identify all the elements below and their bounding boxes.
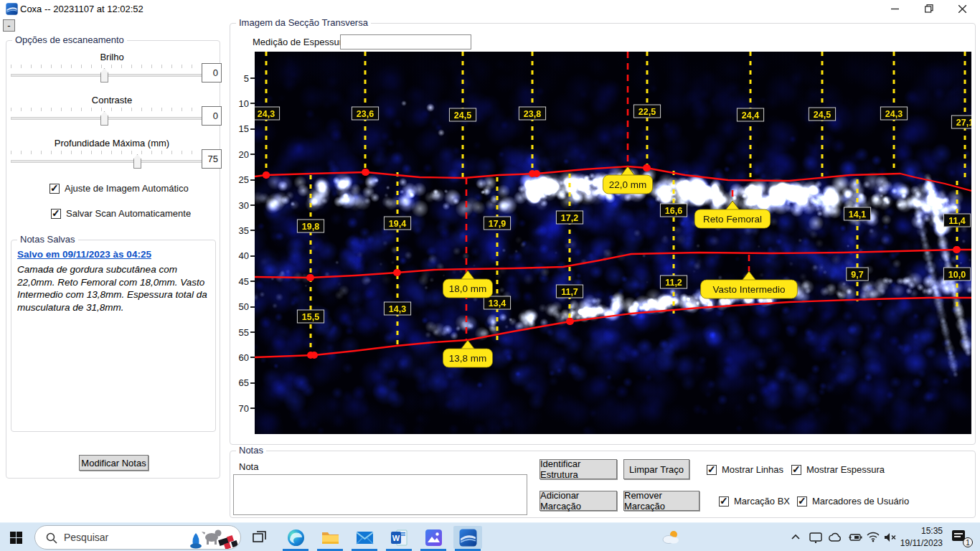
svg-text:22,5: 22,5 bbox=[639, 107, 656, 117]
depth-tick-65: 65 bbox=[230, 377, 255, 390]
svg-text:24,4: 24,4 bbox=[742, 110, 759, 121]
contrast-value[interactable]: 0 bbox=[202, 106, 222, 126]
title-bar: Coxa -- 20231107 at 12:02:52 bbox=[0, 0, 980, 19]
cast-display-icon[interactable] bbox=[809, 532, 822, 543]
svg-text:19,8: 19,8 bbox=[302, 222, 319, 232]
note-label: Nota bbox=[239, 461, 258, 472]
notification-center-button[interactable]: 1 bbox=[951, 529, 970, 546]
svg-text:13,8 mm: 13,8 mm bbox=[449, 353, 487, 364]
restore-icon bbox=[925, 4, 933, 13]
thickness-measure-input[interactable] bbox=[340, 34, 471, 50]
svg-text:9,7: 9,7 bbox=[851, 270, 863, 280]
taskbar-app-mail[interactable] bbox=[350, 526, 379, 549]
brightness-slider-thumb[interactable] bbox=[100, 68, 108, 83]
clear-trace-label: Limpar Traço bbox=[629, 464, 684, 475]
close-button[interactable] bbox=[951, 1, 973, 16]
checkbox-icon bbox=[50, 184, 60, 194]
svg-text:Reto Femoral: Reto Femoral bbox=[703, 214, 762, 225]
notification-badge: 1 bbox=[963, 537, 973, 547]
svg-text:15,5: 15,5 bbox=[302, 312, 319, 322]
saved-note-link[interactable]: Salvo em 09/11/2023 às 04:25 bbox=[17, 249, 151, 260]
cross-section-title: Imagem da Secção Transversa bbox=[236, 17, 371, 28]
search-icon bbox=[46, 532, 57, 544]
auto-save-scan-checkbox[interactable]: Salvar Scan Automaticamente bbox=[51, 208, 191, 219]
thickness-measure-label: Medição de Espessura bbox=[253, 37, 347, 47]
taskbar-clock[interactable]: 15:35 19/11/2023 bbox=[898, 525, 943, 550]
max-depth-label: Profundidade Máxima (mm) bbox=[8, 138, 216, 149]
show-thickness-checkbox[interactable]: Mostrar Espessura bbox=[791, 464, 885, 475]
show-thickness-label: Mostrar Espessura bbox=[806, 464, 885, 475]
svg-text:23,6: 23,6 bbox=[357, 109, 374, 119]
checkbox-icon bbox=[791, 465, 801, 475]
minimize-icon bbox=[891, 5, 899, 13]
brightness-ticks bbox=[11, 65, 202, 68]
svg-text:11,2: 11,2 bbox=[665, 278, 682, 288]
max-depth-slider[interactable] bbox=[11, 160, 202, 163]
svg-text:18,0 mm: 18,0 mm bbox=[449, 283, 487, 294]
search-highlight-image[interactable] bbox=[183, 526, 241, 550]
svg-text:22,0 mm: 22,0 mm bbox=[609, 179, 647, 190]
svg-text:27,1: 27,1 bbox=[956, 118, 971, 128]
depth-tick-35: 35 bbox=[230, 224, 255, 237]
depth-tick-10: 10 bbox=[230, 97, 255, 110]
clock-date: 19/11/2023 bbox=[898, 537, 943, 550]
contrast-ticks bbox=[11, 108, 202, 111]
restore-button[interactable] bbox=[918, 1, 940, 16]
taskbar-app-edge[interactable] bbox=[281, 526, 310, 549]
max-depth-value[interactable]: 75 bbox=[202, 149, 222, 169]
file-explorer-icon bbox=[321, 529, 339, 547]
depth-tick-55: 55 bbox=[230, 326, 255, 339]
svg-text:10,0: 10,0 bbox=[948, 270, 966, 280]
note-input[interactable] bbox=[233, 474, 527, 515]
user-markers-label: Marcadores de Usuário bbox=[812, 496, 909, 507]
hidden-icons-chevron[interactable] bbox=[791, 533, 801, 542]
show-lines-checkbox[interactable]: Mostrar Linhas bbox=[707, 464, 783, 475]
window-title: Coxa -- 20231107 at 12:02:52 bbox=[20, 4, 143, 14]
svg-text:19,4: 19,4 bbox=[389, 219, 406, 229]
depth-tick-5: 5 bbox=[230, 72, 255, 85]
search-box[interactable]: Pesquisar bbox=[34, 525, 241, 550]
identify-structure-label: Identificar Estrutura bbox=[540, 458, 616, 480]
user-markers-checkbox[interactable]: Marcadores de Usuário bbox=[797, 496, 909, 507]
battery-charging-icon[interactable] bbox=[848, 532, 862, 543]
auto-save-scan-label: Salvar Scan Automaticamente bbox=[66, 208, 191, 219]
svg-text:11,7: 11,7 bbox=[561, 287, 578, 297]
start-button[interactable] bbox=[10, 532, 22, 544]
svg-text:17,2: 17,2 bbox=[561, 213, 578, 223]
auto-image-adjust-checkbox[interactable]: Ajuste de Imagem Automático bbox=[50, 183, 189, 194]
add-marker-button[interactable]: Adicionar Marcação bbox=[540, 491, 617, 511]
taskbar-app-photos[interactable] bbox=[419, 526, 448, 549]
depth-axis: 510152025303540455055606570 bbox=[228, 52, 255, 434]
svg-text:23,8: 23,8 bbox=[524, 109, 541, 119]
volume-muted-icon[interactable] bbox=[884, 532, 897, 543]
weather-icon[interactable] bbox=[661, 529, 680, 546]
svg-text:16,6: 16,6 bbox=[665, 206, 682, 216]
checkbox-icon bbox=[797, 496, 807, 507]
brightness-value[interactable]: 0 bbox=[202, 63, 222, 83]
max-depth-ticks bbox=[11, 151, 202, 154]
taskbar-app-file-explorer[interactable] bbox=[316, 526, 344, 549]
svg-text:14,3: 14,3 bbox=[389, 304, 406, 314]
modify-notes-button[interactable]: Modificar Notas bbox=[79, 455, 149, 471]
taskbar-app-bodymetrix[interactable] bbox=[453, 526, 482, 549]
wifi-icon[interactable] bbox=[867, 532, 880, 542]
mail-icon bbox=[356, 529, 374, 547]
collapse-panel-button[interactable]: - bbox=[3, 19, 15, 32]
checkbox-icon bbox=[707, 465, 717, 475]
clear-trace-button[interactable]: Limpar Traço bbox=[623, 459, 689, 479]
contrast-slider-thumb[interactable] bbox=[100, 111, 108, 126]
task-view-icon bbox=[253, 530, 267, 545]
minimize-button[interactable] bbox=[884, 1, 905, 16]
max-depth-slider-thumb[interactable] bbox=[133, 154, 141, 169]
onedrive-cloud-icon[interactable] bbox=[828, 532, 842, 543]
task-view-button[interactable] bbox=[245, 526, 274, 549]
depth-tick-15: 15 bbox=[230, 123, 255, 136]
remove-marker-button[interactable]: Remover Marcação bbox=[623, 491, 699, 511]
close-icon bbox=[958, 5, 966, 13]
bx-marker-checkbox[interactable]: Marcação BX bbox=[719, 496, 790, 507]
identify-structure-button[interactable]: Identificar Estrutura bbox=[540, 459, 617, 479]
ultrasound-plot[interactable]: 24,323,624,523,822,524,424,524,327,119,8… bbox=[255, 52, 971, 434]
app-icon bbox=[6, 3, 18, 15]
taskbar-app-word[interactable]: W bbox=[385, 526, 413, 549]
svg-text:24,5: 24,5 bbox=[814, 110, 831, 120]
